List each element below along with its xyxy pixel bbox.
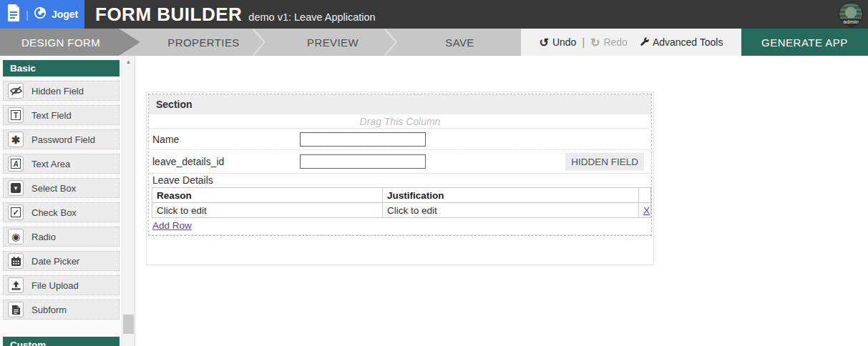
palette-item-label: Subform bbox=[31, 305, 67, 315]
palette-section-basic[interactable]: Basic bbox=[3, 60, 120, 76]
redo-icon[interactable]: ↻ bbox=[590, 36, 600, 49]
caret-down-box-icon: ▾ bbox=[8, 180, 24, 196]
wrench-icon bbox=[640, 36, 650, 49]
top-header: | Joget FORM BUILDER demo v1: Leave Appl… bbox=[0, 0, 868, 29]
title-area: FORM BUILDER demo v1: Leave Application bbox=[84, 0, 376, 29]
undo-redo-panel: ↺ Undo | ↻ Redo Advanced Tools bbox=[521, 29, 741, 56]
boxed-a-icon: A bbox=[8, 156, 24, 172]
form-field-name[interactable]: Name bbox=[150, 128, 650, 149]
field-label: leave_details_id bbox=[152, 156, 300, 167]
undo-icon[interactable]: ↺ bbox=[540, 36, 549, 49]
palette-item-label: Text Area bbox=[31, 159, 70, 169]
form-builder-app: | Joget FORM BUILDER demo v1: Leave Appl… bbox=[0, 0, 868, 346]
document-icon bbox=[8, 302, 24, 317]
tab-save[interactable]: SAVE bbox=[399, 29, 521, 56]
palette-item-label: File Upload bbox=[31, 280, 79, 291]
logo-area[interactable]: | Joget bbox=[0, 0, 84, 29]
palette-item-text-area[interactable]: A Text Area bbox=[3, 154, 120, 174]
form-design-area: Section Drag This Column Name leave_deta… bbox=[146, 92, 654, 265]
chevron-separator-icon bbox=[252, 29, 266, 56]
delete-row-link[interactable]: X bbox=[643, 205, 650, 216]
palette-item-label: Password Field bbox=[31, 134, 95, 145]
form-canvas: Section Drag This Column Name leave_deta… bbox=[135, 56, 868, 346]
palette-item-label: Hidden Field bbox=[31, 86, 84, 97]
drag-column-hint[interactable]: Drag This Column bbox=[149, 114, 651, 128]
palette-item-subform[interactable]: Subform bbox=[3, 300, 120, 320]
palette-item-file-upload[interactable]: File Upload bbox=[3, 275, 120, 295]
add-row-link[interactable]: Add Row bbox=[152, 220, 192, 231]
name-input[interactable] bbox=[300, 132, 426, 147]
page-subtitle: demo v1: Leave Application bbox=[248, 11, 375, 23]
element-palette: Basic Hidden Field T Text Field ✱ Passwo… bbox=[0, 56, 122, 346]
scrollbar-thumb[interactable] bbox=[123, 315, 134, 334]
tab-design-form[interactable]: DESIGN FORM bbox=[0, 29, 140, 56]
brand-name: Joget bbox=[52, 9, 78, 20]
asterisk-icon: ✱ bbox=[8, 132, 24, 147]
undo-button[interactable]: Undo bbox=[552, 36, 576, 48]
main-content: Basic Hidden Field T Text Field ✱ Passwo… bbox=[0, 56, 868, 346]
boxed-t-icon: T bbox=[8, 107, 24, 123]
palette-item-date-picker[interactable]: Date Picker bbox=[3, 251, 120, 271]
form-section[interactable]: Section Drag This Column Name leave_deta… bbox=[148, 94, 652, 236]
leave-details-grid: Reason Justification Click to edit Click… bbox=[152, 187, 651, 218]
leave-details-id-input[interactable] bbox=[300, 154, 426, 169]
palette-item-password-field[interactable]: ✱ Password Field bbox=[3, 129, 120, 149]
field-label: Name bbox=[152, 134, 300, 145]
grid-cell-justification[interactable]: Click to edit bbox=[383, 203, 639, 218]
upload-icon bbox=[8, 277, 24, 293]
palette-item-label: Radio bbox=[31, 232, 56, 242]
radio-icon: ◉ bbox=[8, 229, 24, 244]
logo-divider: | bbox=[26, 9, 29, 21]
form-grid-element[interactable]: Leave Details Reason Justification Click… bbox=[150, 173, 650, 235]
advanced-tools-button[interactable]: Advanced Tools bbox=[640, 36, 723, 49]
grid-column-justification: Justification bbox=[383, 188, 639, 203]
palette-section-custom[interactable]: Custom bbox=[3, 337, 120, 346]
grid-data-row: Click to edit Click to edit X bbox=[152, 203, 651, 218]
generate-app-button[interactable]: GENERATE APP bbox=[741, 29, 868, 56]
hidden-field-badge: HIDDEN FIELD bbox=[565, 153, 644, 171]
palette-item-select-box[interactable]: ▾ Select Box bbox=[3, 178, 120, 198]
toolbar-divider: | bbox=[582, 36, 585, 48]
palette-item-text-field[interactable]: T Text Field bbox=[3, 105, 120, 125]
document-page-icon bbox=[6, 4, 21, 25]
grid-column-actions bbox=[639, 188, 651, 203]
grid-label: Leave Details bbox=[152, 174, 648, 186]
joget-logo-icon bbox=[34, 6, 47, 22]
palette-item-label: Check Box bbox=[31, 207, 77, 218]
chevron-separator-icon bbox=[384, 29, 398, 56]
grid-header-row: Reason Justification bbox=[152, 188, 651, 203]
palette-item-label: Text Field bbox=[31, 110, 72, 121]
redo-button[interactable]: Redo bbox=[603, 36, 627, 48]
page-title: FORM BUILDER bbox=[95, 0, 242, 29]
palette-item-check-box[interactable]: ✓ Check Box bbox=[3, 202, 120, 222]
tab-properties[interactable]: PROPERTIES bbox=[140, 29, 267, 56]
palette-scrollbar[interactable]: ▲ bbox=[122, 56, 135, 346]
tab-preview[interactable]: PREVIEW bbox=[267, 29, 399, 56]
avatar[interactable]: admin bbox=[839, 2, 863, 26]
scroll-up-icon[interactable]: ▲ bbox=[122, 56, 135, 68]
palette-item-radio[interactable]: ◉ Radio bbox=[3, 227, 120, 247]
grid-cell-reason[interactable]: Click to edit bbox=[152, 203, 383, 218]
tab-bar: DESIGN FORM PROPERTIES PREVIEW SAVE ↺ Un… bbox=[0, 29, 868, 56]
checkbox-icon: ✓ bbox=[8, 204, 24, 220]
palette-item-hidden-field[interactable]: Hidden Field bbox=[3, 81, 120, 101]
form-field-leave-details-id[interactable]: leave_details_id HIDDEN FIELD bbox=[150, 149, 650, 173]
eye-slash-icon bbox=[8, 83, 24, 99]
calendar-icon bbox=[8, 253, 24, 269]
palette-item-label: Date Picker bbox=[31, 256, 79, 267]
section-header[interactable]: Section bbox=[149, 94, 651, 114]
avatar-label: admin bbox=[839, 19, 862, 26]
advanced-tools-label: Advanced Tools bbox=[653, 36, 723, 48]
grid-column-reason: Reason bbox=[152, 188, 383, 203]
palette-item-label: Select Box bbox=[31, 183, 76, 194]
